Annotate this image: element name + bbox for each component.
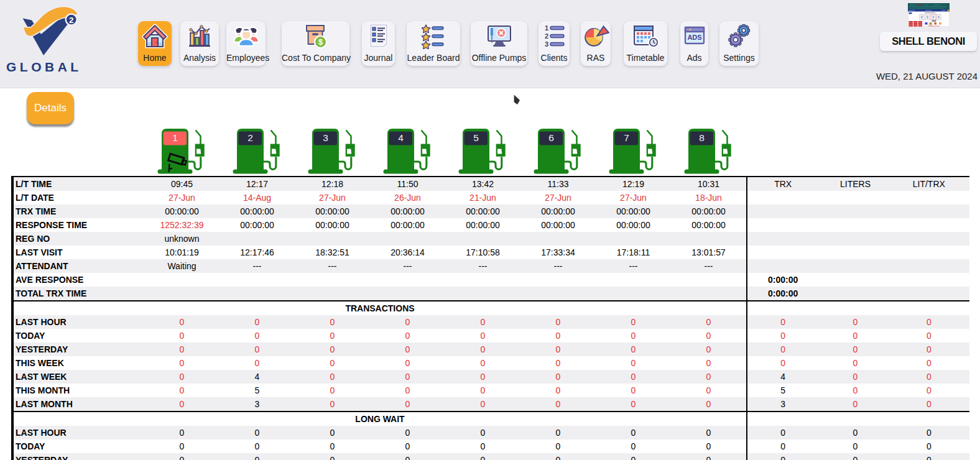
svg-text:ADS: ADS bbox=[687, 34, 701, 41]
svg-text:GLOBAL: GLOBAL bbox=[6, 60, 82, 74]
svg-text:5: 5 bbox=[473, 132, 479, 143]
svg-text:8: 8 bbox=[699, 132, 705, 143]
svg-text:$: $ bbox=[318, 38, 323, 47]
svg-text:2: 2 bbox=[545, 32, 548, 40]
svg-text:2: 2 bbox=[247, 132, 253, 143]
svg-text:3: 3 bbox=[545, 40, 548, 48]
svg-text:1: 1 bbox=[172, 132, 178, 143]
svg-text:2: 2 bbox=[69, 16, 74, 25]
svg-text:3: 3 bbox=[323, 132, 328, 143]
svg-text:4: 4 bbox=[398, 132, 404, 143]
svg-text:RAS: RAS bbox=[932, 20, 936, 22]
svg-text:1: 1 bbox=[545, 24, 548, 32]
svg-text:6: 6 bbox=[548, 132, 554, 143]
svg-text:7: 7 bbox=[624, 132, 629, 143]
